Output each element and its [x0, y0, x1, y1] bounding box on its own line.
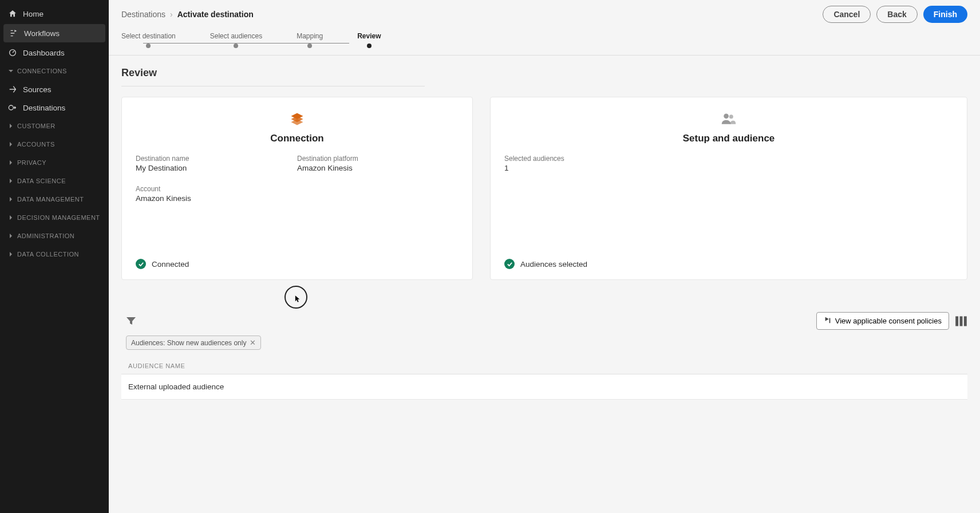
step-label: Mapping — [297, 32, 323, 40]
section-label: PRIVACY — [17, 159, 46, 166]
step-dot — [307, 44, 312, 48]
users-icon — [721, 111, 737, 127]
nav-label: Dashboards — [23, 49, 65, 57]
section-label: ADMINISTRATION — [17, 232, 74, 239]
table-header: AUDIENCE NAME — [121, 358, 967, 374]
section-accounts[interactable]: ACCOUNTS — [0, 135, 109, 153]
field-selected-audiences: Selected audiences 1 — [504, 155, 953, 172]
svg-point-2 — [724, 113, 729, 119]
filter-icon[interactable] — [126, 316, 136, 326]
topbar: Destinations › Activate destination Canc… — [109, 0, 980, 23]
step-line — [143, 43, 349, 44]
breadcrumb-parent[interactable]: Destinations — [121, 10, 165, 19]
card-body: Destination name My Destination Destinat… — [136, 155, 459, 247]
page-title: Review — [121, 67, 425, 86]
connection-card: Connection Destination name My Destinati… — [121, 97, 473, 280]
card-header: Connection — [136, 111, 459, 144]
section-label: DATA SCIENCE — [17, 177, 66, 184]
workflows-icon — [9, 29, 18, 38]
chevron-right-icon — [8, 123, 14, 129]
step-select-destination[interactable]: Select destination — [121, 32, 176, 48]
step-dot — [234, 44, 238, 48]
step-dot — [146, 44, 151, 48]
nav-home[interactable]: Home — [0, 5, 109, 23]
field-account: Account Amazon Kinesis — [136, 185, 297, 203]
check-icon — [504, 259, 515, 269]
audience-table: AUDIENCE NAME External uploaded audience — [121, 358, 967, 400]
finish-button[interactable]: Finish — [923, 6, 967, 23]
table-toolbar: View applicable consent policies — [121, 312, 967, 330]
status-text: Audiences selected — [520, 260, 587, 269]
section-administration[interactable]: ADMINISTRATION — [0, 227, 109, 245]
chevron-right-icon — [8, 160, 14, 165]
field-destination-name: Destination name My Destination — [136, 155, 297, 172]
status-text: Connected — [152, 260, 189, 269]
step-mapping[interactable]: Mapping — [297, 32, 323, 48]
chevron-right-icon — [8, 141, 14, 147]
nav-destinations[interactable]: Destinations — [0, 98, 109, 117]
section-customer[interactable]: CUSTOMER — [0, 117, 109, 135]
field-label: Account — [136, 185, 297, 193]
chevron-down-icon — [8, 68, 14, 74]
card-body: Selected audiences 1 — [504, 155, 953, 247]
section-label: ACCOUNTS — [17, 141, 55, 148]
table-row[interactable]: External uploaded audience — [121, 374, 967, 400]
setup-card: Setup and audience Selected audiences 1 … — [490, 97, 967, 280]
section-data-collection[interactable]: DATA COLLECTION — [0, 245, 109, 263]
chip-remove-icon[interactable]: ✕ — [250, 338, 256, 347]
destinations-icon — [8, 103, 17, 112]
section-decision-management[interactable]: DECISION MANAGEMENT — [0, 208, 109, 227]
field-destination-platform: Destination platform Amazon Kinesis — [297, 155, 459, 172]
breadcrumb: Destinations › Activate destination — [121, 10, 254, 19]
svg-point-3 — [729, 115, 733, 119]
column-settings-button[interactable] — [955, 315, 967, 327]
action-buttons: Cancel Back Finish — [823, 6, 967, 23]
step-dot — [367, 44, 372, 48]
card-title: Setup and audience — [683, 133, 775, 144]
cancel-button[interactable]: Cancel — [823, 6, 871, 23]
section-connections[interactable]: CONNECTIONS — [0, 62, 109, 80]
svg-rect-4 — [955, 316, 958, 326]
section-label: DECISION MANAGEMENT — [17, 214, 100, 221]
step-select-audiences[interactable]: Select audiences — [210, 32, 262, 48]
field-value: Amazon Kinesis — [297, 164, 459, 172]
sidebar: Home Workflows Dashboards CONNECTIONS So… — [0, 0, 109, 513]
step-review[interactable]: Review — [357, 32, 381, 48]
field-value: Amazon Kinesis — [136, 194, 297, 203]
card-footer: Connected — [136, 259, 459, 269]
step-label: Select destination — [121, 32, 176, 40]
button-label: View applicable consent policies — [835, 317, 942, 325]
card-title: Connection — [270, 133, 324, 144]
svg-point-1 — [9, 105, 13, 110]
section-label: CONNECTIONS — [17, 68, 67, 74]
content: Review Connection Destination name My De… — [109, 56, 980, 513]
field-value: 1 — [504, 164, 953, 172]
sources-icon — [8, 85, 17, 94]
section-privacy[interactable]: PRIVACY — [0, 153, 109, 172]
field-value: My Destination — [136, 164, 297, 172]
nav-dashboards[interactable]: Dashboards — [0, 44, 109, 62]
section-data-science[interactable]: DATA SCIENCE — [0, 172, 109, 190]
card-header: Setup and audience — [504, 111, 953, 144]
chevron-right-icon — [8, 215, 14, 220]
home-icon — [8, 9, 17, 18]
step-label: Select audiences — [210, 32, 262, 40]
breadcrumb-current: Activate destination — [177, 10, 254, 19]
chevron-right-icon — [8, 251, 14, 257]
nav-workflows[interactable]: Workflows — [3, 24, 105, 42]
chip-label: Audiences: Show new audiences only — [131, 339, 246, 347]
step-label: Review — [357, 32, 381, 40]
filter-chip[interactable]: Audiences: Show new audiences only ✕ — [126, 336, 261, 350]
review-cards: Connection Destination name My Destinati… — [121, 97, 967, 280]
check-icon — [136, 259, 146, 269]
section-label: DATA COLLECTION — [17, 251, 79, 258]
chevron-right-icon — [8, 178, 14, 184]
back-button[interactable]: Back — [876, 6, 917, 23]
view-consent-policies-button[interactable]: View applicable consent policies — [816, 312, 949, 330]
nav-sources[interactable]: Sources — [0, 80, 109, 98]
breadcrumb-separator: › — [170, 10, 173, 19]
nav-label: Home — [23, 10, 44, 18]
svg-rect-6 — [964, 316, 967, 326]
section-data-management[interactable]: DATA MANAGEMENT — [0, 190, 109, 208]
section-label: DATA MANAGEMENT — [17, 196, 84, 203]
